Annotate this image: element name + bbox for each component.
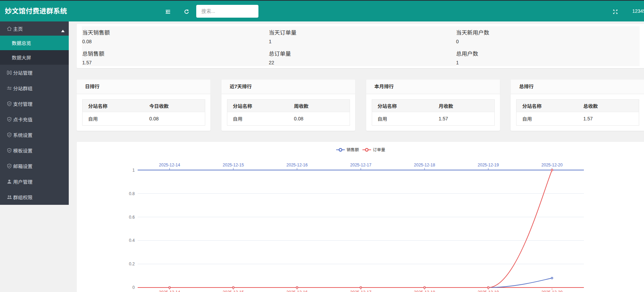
- ranking-card-title: 总排行: [519, 80, 533, 94]
- series-line-订单量: [170, 170, 552, 288]
- table-col-header: 分站名称: [517, 100, 578, 112]
- ranking-card-3: 总排行分站名称总收款自用1.57: [511, 80, 644, 131]
- data-point[interactable]: [233, 287, 234, 289]
- x-axis-top-label: 2025-12-19: [478, 163, 499, 167]
- shield-check-icon: [7, 117, 12, 122]
- sidebar-menu: 主页数据总览数据大屏分站管理分站群组支付管理点卡充值系统设置模板设置邮箱设置用户…: [0, 21, 69, 205]
- stat-label: 当天新用户数: [456, 29, 629, 36]
- stat-label: 当天销售额: [82, 29, 255, 36]
- trend-chart-card: 00.20.40.60.812025-12-142025-12-152025-1…: [77, 142, 644, 292]
- table-col-header: 今日收款: [144, 100, 205, 112]
- shield-check-icon: [7, 101, 12, 106]
- sidebar-item-6[interactable]: 模板设置: [0, 143, 69, 158]
- stat-value: 0: [456, 38, 459, 45]
- sidebar-item-2[interactable]: 分站群组: [0, 80, 69, 96]
- caret-up-icon: [61, 27, 65, 30]
- table-col-header: 分站名称: [372, 100, 433, 112]
- stat-item: 当天新用户数0: [456, 29, 629, 36]
- x-axis-top-label: 2025-12-16: [286, 163, 308, 167]
- sidebar-item-0[interactable]: 主页: [0, 21, 69, 36]
- sidebar-item-8[interactable]: 用户管理: [0, 174, 69, 189]
- x-axis-top-label: 2025-12-14: [159, 163, 180, 167]
- stat-value: 22: [269, 59, 274, 66]
- sidebar-item-5[interactable]: 系统设置: [0, 127, 69, 143]
- ranking-card-header: 近7天排行: [221, 80, 355, 94]
- sidebar-subitem-0[interactable]: 数据总览: [0, 36, 69, 50]
- x-axis-bottom-label: 2025-12-16: [286, 290, 308, 292]
- table-col-header: 周收款: [288, 100, 350, 112]
- stat-label: 当天订单量: [269, 29, 442, 36]
- legend-line-marker: [336, 148, 345, 152]
- ranking-card-title: 本月排行: [375, 80, 394, 94]
- ranking-card-1: 近7天排行分站名称周收款自用0.08: [221, 80, 355, 131]
- stat-item: 总销售额1.57: [82, 50, 255, 57]
- ranking-table: 分站名称总收款自用1.57: [516, 99, 639, 126]
- sliders-icon: [7, 86, 12, 91]
- search-input[interactable]: [196, 5, 258, 18]
- y-axis-label: 0.4: [129, 238, 135, 243]
- data-point[interactable]: [551, 169, 553, 171]
- ranking-table: 分站名称今日收款自用0.08: [82, 99, 205, 126]
- ranking-card-0: 日排行分站名称今日收款自用0.08: [77, 80, 210, 131]
- line-chart: 00.20.40.60.812025-12-142025-12-152025-1…: [77, 142, 644, 292]
- ranking-card-header: 本月排行: [366, 80, 500, 94]
- table-col-header: 分站名称: [83, 100, 144, 112]
- sidebar-item-3[interactable]: 支付管理: [0, 96, 69, 111]
- user-icon: [7, 179, 12, 184]
- ranking-table: 分站名称周收款自用0.08: [227, 99, 350, 126]
- shield-check-icon: [7, 133, 12, 137]
- y-axis-label: 0.8: [129, 191, 135, 196]
- shield-check-icon: [7, 148, 12, 153]
- refresh-icon[interactable]: [184, 9, 189, 15]
- columns-icon: [7, 70, 12, 75]
- y-axis-label: 0: [132, 285, 135, 290]
- y-axis-label: 0.2: [129, 262, 135, 266]
- ranking-card-title: 日排行: [85, 80, 100, 94]
- data-point[interactable]: [169, 287, 170, 289]
- legend-item-销售额[interactable]: 销售额: [336, 147, 359, 153]
- fullscreen-icon[interactable]: [613, 9, 618, 14]
- x-axis-bottom-label: 2025-12-15: [223, 290, 244, 292]
- table-row: 自用0.08: [83, 112, 205, 126]
- shield-check-icon: [7, 164, 12, 168]
- x-axis-top-label: 2025-12-15: [223, 163, 244, 167]
- sidebar-submenu: 数据总览数据大屏: [0, 36, 69, 65]
- y-axis-label: 1: [132, 168, 135, 173]
- x-axis-top-label: 2025-12-18: [414, 163, 435, 167]
- sidebar-subitem-1[interactable]: 数据大屏: [0, 50, 69, 65]
- menu-collapse-icon[interactable]: [165, 9, 171, 15]
- ranking-table: 分站名称月收款自用1.57: [372, 99, 495, 126]
- x-axis-top-label: 2025-12-17: [350, 163, 372, 167]
- data-point[interactable]: [487, 287, 489, 289]
- stats-panel: 当天销售额0.08当天订单量1当天新用户数0总销售额1.57总订单量22总用户数…: [82, 26, 640, 66]
- ranking-card-header: 日排行: [77, 80, 210, 94]
- ranking-card-title: 近7天排行: [230, 80, 252, 94]
- header-username[interactable]: 12345: [632, 1, 644, 21]
- sidebar-item-9[interactable]: 群组权限: [0, 189, 69, 205]
- data-point[interactable]: [296, 287, 298, 289]
- table-row: 自用0.08: [227, 112, 350, 126]
- stat-item: 总用户数1: [456, 50, 629, 57]
- data-point[interactable]: [424, 287, 425, 289]
- legend-line-marker: [362, 148, 371, 152]
- sidebar-item-7[interactable]: 邮箱设置: [0, 158, 69, 174]
- app-title: 妙文馆付费进群系统: [5, 1, 67, 21]
- data-point[interactable]: [360, 287, 362, 289]
- x-axis-bottom-label: 2025-12-17: [350, 290, 372, 292]
- stats-overview-card: 当天销售额0.08当天订单量1当天新用户数0总销售额1.57总订单量22总用户数…: [77, 24, 644, 68]
- chart-legend: 销售额订单量: [77, 147, 644, 153]
- table-col-header: 月收款: [433, 100, 495, 112]
- sidebar-item-1[interactable]: 分站管理: [0, 65, 69, 80]
- x-axis-bottom-label: 2025-12-20: [541, 290, 563, 292]
- stat-label: 总用户数: [456, 50, 629, 57]
- legend-label: 订单量: [373, 147, 385, 153]
- table-col-header: 分站名称: [227, 100, 288, 112]
- x-axis-bottom-label: 2025-12-14: [159, 290, 180, 292]
- data-point[interactable]: [551, 277, 553, 279]
- table-row: 自用1.57: [372, 112, 494, 126]
- stat-value: 1: [456, 59, 459, 66]
- table-col-header: 总收款: [578, 100, 639, 112]
- stat-label: 总销售额: [82, 50, 255, 57]
- legend-item-订单量[interactable]: 订单量: [362, 147, 385, 153]
- sidebar-item-4[interactable]: 点卡充值: [0, 111, 69, 127]
